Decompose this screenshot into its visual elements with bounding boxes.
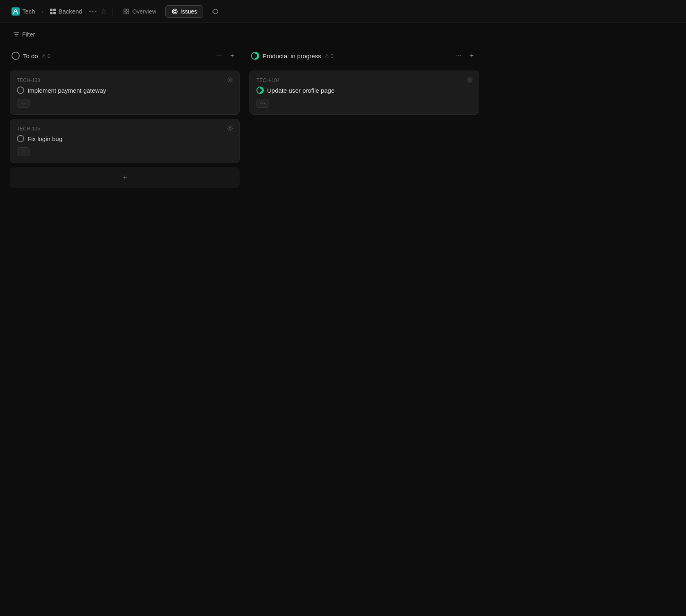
tab-issues[interactable]: Issues bbox=[165, 5, 203, 18]
column-title-progress: Producta: in progress bbox=[263, 52, 321, 59]
nav-project[interactable]: Backend bbox=[47, 6, 85, 16]
issue-footer-104: ··· bbox=[256, 99, 472, 108]
filter-label: Filter bbox=[22, 31, 35, 38]
column-header-todo: To do ⚠ 0 ··· + bbox=[10, 46, 240, 66]
column-header-progress: Producta: in progress ⚠ 0 ··· + bbox=[249, 46, 479, 66]
issue-title-row-105: Fix login bug bbox=[17, 135, 233, 142]
issue-gear-103[interactable] bbox=[227, 77, 233, 84]
column-todo: To do ⚠ 0 ··· + TECH-103 Implement payme… bbox=[10, 46, 240, 188]
top-nav: Tech › Backend ••• ☆ Overview Issues bbox=[0, 0, 686, 23]
todo-warning: ⚠ 0 bbox=[41, 53, 50, 59]
issue-title-104: Update user profile page bbox=[267, 87, 334, 94]
svg-point-12 bbox=[229, 128, 231, 130]
svg-point-5 bbox=[172, 9, 177, 14]
progress-warning-count: 0 bbox=[331, 53, 334, 59]
team-label: Tech bbox=[22, 8, 35, 15]
nav-separator-1: › bbox=[42, 8, 44, 15]
column-title-todo: To do bbox=[23, 52, 38, 59]
svg-rect-3 bbox=[124, 12, 126, 14]
svg-point-0 bbox=[15, 9, 17, 11]
column-in-progress: Producta: in progress ⚠ 0 ··· + TECH-104… bbox=[249, 46, 479, 119]
progress-add-btn[interactable]: + bbox=[466, 50, 478, 62]
todo-column-actions: ··· + bbox=[213, 50, 238, 62]
nav-star-btn[interactable]: ☆ bbox=[101, 7, 107, 16]
board: To do ⚠ 0 ··· + TECH-103 Implement payme… bbox=[0, 46, 686, 188]
nav-divider bbox=[112, 7, 112, 16]
issue-card-tech-104[interactable]: TECH-104 Update user profile page ··· bbox=[249, 71, 479, 115]
overview-icon bbox=[123, 8, 130, 15]
filter-bar: Filter bbox=[0, 23, 686, 46]
nav-more-btn[interactable]: ••• bbox=[89, 8, 98, 15]
svg-point-11 bbox=[229, 79, 231, 81]
deploy-icon bbox=[212, 8, 219, 15]
issue-meta-btn-105[interactable]: ··· bbox=[17, 147, 30, 156]
issue-id-104: TECH-104 bbox=[256, 78, 472, 83]
issue-status-icon-104 bbox=[256, 87, 264, 94]
todo-warning-count: 0 bbox=[48, 53, 50, 59]
issue-footer-103: ··· bbox=[17, 99, 233, 108]
tab-issues-label: Issues bbox=[181, 8, 197, 15]
progress-column-actions: ··· + bbox=[453, 50, 478, 62]
filter-icon bbox=[13, 31, 20, 38]
issue-status-icon-105 bbox=[17, 135, 24, 142]
nav-team[interactable]: Tech bbox=[8, 6, 39, 17]
issue-card-tech-105[interactable]: TECH-105 Fix login bug ··· bbox=[10, 119, 240, 163]
svg-rect-2 bbox=[127, 9, 129, 11]
issue-id-105: TECH-105 bbox=[17, 126, 233, 132]
issue-card-tech-103[interactable]: TECH-103 Implement payment gateway ··· bbox=[10, 71, 240, 115]
warning-icon: ⚠ bbox=[41, 53, 46, 59]
issue-gear-104[interactable] bbox=[466, 77, 473, 84]
issue-title-row-103: Implement payment gateway bbox=[17, 87, 233, 94]
add-icon-todo: + bbox=[122, 173, 127, 183]
issue-title-row-104: Update user profile page bbox=[256, 87, 472, 94]
tab-overview-label: Overview bbox=[132, 8, 156, 15]
tab-deploy[interactable] bbox=[206, 6, 224, 17]
todo-status-icon bbox=[11, 52, 20, 60]
warning-icon-progress: ⚠ bbox=[325, 53, 329, 59]
issue-gear-105[interactable] bbox=[227, 125, 233, 133]
progress-status-icon bbox=[251, 52, 259, 60]
filter-button[interactable]: Filter bbox=[10, 30, 38, 39]
issue-meta-btn-103[interactable]: ··· bbox=[17, 99, 30, 108]
team-icon bbox=[11, 7, 20, 16]
svg-point-13 bbox=[469, 79, 471, 81]
todo-more-btn[interactable]: ··· bbox=[213, 50, 225, 62]
grid-icon bbox=[50, 9, 56, 14]
issue-meta-btn-104[interactable]: ··· bbox=[256, 99, 269, 108]
issue-title-105: Fix login bug bbox=[27, 135, 62, 142]
svg-rect-4 bbox=[127, 12, 129, 14]
add-issue-button-todo[interactable]: + bbox=[10, 167, 240, 188]
tab-overview[interactable]: Overview bbox=[117, 6, 162, 17]
issue-status-icon-103 bbox=[17, 87, 24, 94]
svg-point-6 bbox=[174, 10, 176, 13]
svg-rect-1 bbox=[124, 9, 126, 11]
issue-title-103: Implement payment gateway bbox=[27, 87, 106, 94]
todo-add-btn[interactable]: + bbox=[226, 50, 238, 62]
progress-warning: ⚠ 0 bbox=[325, 53, 334, 59]
project-label: Backend bbox=[58, 8, 82, 15]
svg-marker-7 bbox=[213, 9, 218, 14]
progress-more-btn[interactable]: ··· bbox=[453, 50, 464, 62]
issues-icon bbox=[172, 8, 178, 15]
issue-footer-105: ··· bbox=[17, 147, 233, 156]
issue-id-103: TECH-103 bbox=[17, 78, 233, 83]
